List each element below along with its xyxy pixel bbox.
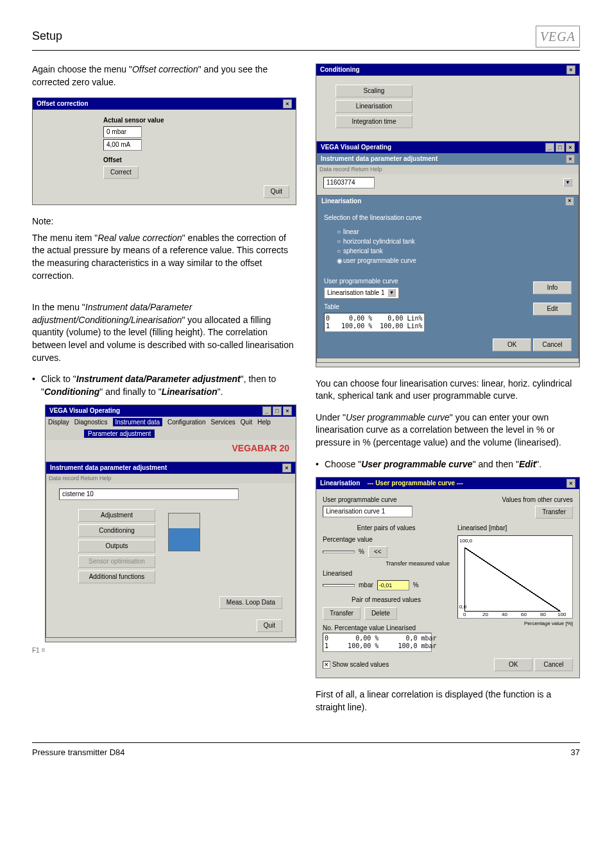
enter-pairs-label: Enter pairs of values xyxy=(323,524,450,533)
para-real-value: The menu item "Real value correction" en… xyxy=(32,232,296,282)
close-icon[interactable]: × xyxy=(565,197,574,206)
correct-button[interactable]: Correct xyxy=(103,166,139,179)
para-lin-intro: In the menu "Instrument data/Parameter a… xyxy=(32,301,296,364)
quit-button[interactable]: Quit xyxy=(264,185,289,198)
bullet-click-path: • Click to "Instrument data/Parameter ad… xyxy=(32,373,296,398)
window-controls[interactable]: _□× xyxy=(545,143,575,152)
win-title: Linearisation --- User programmable curv… xyxy=(320,479,463,488)
tank-icon xyxy=(168,513,200,551)
close-icon[interactable]: × xyxy=(282,463,291,472)
curve-name-field[interactable]: Linearisation curve 1 xyxy=(323,506,412,517)
x-axis-label: Percentage value [%] xyxy=(457,620,573,627)
close-icon[interactable]: × xyxy=(566,65,575,74)
win-title: Offset correction xyxy=(37,99,89,108)
linearised-label: Linearised xyxy=(323,569,450,578)
pct-label: Percentage value xyxy=(323,535,450,544)
menubar[interactable]: DisplayDiagnosticsInstrument dataConfigu… xyxy=(46,417,296,428)
offset-label: Offset xyxy=(103,156,289,165)
edit-button[interactable]: Edit xyxy=(533,303,572,315)
selection-label: Selection of the linearisation curve xyxy=(324,213,572,222)
cancel-button[interactable]: Cancel xyxy=(533,338,572,351)
sensor-opt-button[interactable]: Sensor optimisation xyxy=(78,555,155,568)
transfer-measured-label: Transfer measured value xyxy=(323,560,450,568)
integration-time-button[interactable]: Integration time xyxy=(336,115,412,128)
sub-win-title: Instrument data parameter adjustment× xyxy=(46,462,295,474)
sub-menubar[interactable]: Data record Return Help xyxy=(46,474,295,483)
menu-parameter-adjustment[interactable]: Parameter adjustment xyxy=(84,430,155,438)
arrow-button[interactable]: << xyxy=(368,546,387,558)
lin-title: Linearisation xyxy=(321,197,361,206)
window-conditioning: Conditioning× Scaling Linearisation Inte… xyxy=(316,63,580,367)
transfer-button[interactable]: Transfer xyxy=(535,506,573,519)
radio-group-curve[interactable]: ○linear ○horizontal cylindrical tank ○sp… xyxy=(337,228,572,265)
vega-logo: VEGA xyxy=(536,26,580,47)
cancel-button[interactable]: Cancel xyxy=(534,658,573,671)
win-title: Conditioning xyxy=(320,65,360,74)
table-preview: 0 0,00 % 0,00 Lin% 1 100,00 % 100,00 Lin… xyxy=(324,313,425,332)
note-label: Note: xyxy=(32,215,296,228)
value-ma: 4,00 mA xyxy=(103,139,142,151)
delete-button[interactable]: Delete xyxy=(364,607,397,620)
upc-label: User programmable curve xyxy=(324,277,399,286)
chevron-down-icon[interactable]: ▼ xyxy=(563,178,572,187)
show-scaled-checkbox[interactable]: ✕ xyxy=(323,661,330,669)
values-other-label: Values from other curves xyxy=(502,496,573,505)
pair-measured-label: Pair of measured values xyxy=(323,596,450,605)
window-controls[interactable]: _□× xyxy=(262,406,292,415)
pair-table: 0 0,00 % 0,0 mbar 1 100,00 % 100,0 mbar xyxy=(323,633,432,652)
page-number: 37 xyxy=(571,747,580,758)
value-mbar: 0 mbar xyxy=(103,126,142,138)
conditioning-button[interactable]: Conditioning xyxy=(78,524,155,537)
ok-button[interactable]: OK xyxy=(494,658,532,671)
table-select[interactable]: Linearisation table 1▼ xyxy=(324,287,399,299)
table-label: Table xyxy=(324,303,425,312)
page-header: Setup xyxy=(32,28,62,44)
win-title: VEGA Visual Operating xyxy=(49,406,120,415)
meas-loop-button[interactable]: Meas. Loop Data xyxy=(219,596,282,609)
linearisation-chart: 100,0 0,0 0 20 40 60 80 100 xyxy=(457,535,573,619)
window-offset-correction: Offset correction × Actual sensor value … xyxy=(32,97,296,205)
vegabar-brand: VEGABAR 20 xyxy=(46,440,296,458)
para-offset-intro: Again choose the menu "Offset correction… xyxy=(32,63,296,88)
actual-sensor-label: Actual sensor value xyxy=(103,116,289,125)
scaling-button[interactable]: Scaling xyxy=(336,85,412,97)
pct-input[interactable] xyxy=(323,551,355,553)
mbar-input[interactable] xyxy=(323,584,355,587)
bullet-choose-edit: • Choose "User programmable curve" and t… xyxy=(316,458,580,471)
device-select[interactable]: cisterne 10 xyxy=(59,488,239,500)
sub-title: Instrument data parameter adjustment xyxy=(321,154,438,163)
table-header: No. Percentage value Linearised xyxy=(323,624,450,633)
f1-hint: F1 = xyxy=(32,646,296,655)
info-button[interactable]: Info xyxy=(533,281,572,294)
ok-button[interactable]: OK xyxy=(493,338,531,351)
linearisation-button[interactable]: Linearisation xyxy=(336,100,412,113)
upc-label: User programmable curve xyxy=(323,496,412,505)
sub-menubar[interactable]: Data record Return Help xyxy=(317,165,579,174)
close-icon[interactable]: × xyxy=(566,479,575,488)
measured-value: -0,01 xyxy=(377,580,409,591)
quit-button[interactable]: Quit xyxy=(257,619,282,632)
adjustment-button[interactable]: Adjustment xyxy=(78,509,155,522)
vvo-title: VEGA Visual Operating xyxy=(321,143,391,152)
additional-functions-button[interactable]: Additional functions xyxy=(78,571,155,583)
footer-left: Pressure transmitter D84 xyxy=(32,747,125,758)
serial-field: 11603774 xyxy=(323,177,375,188)
window-vega-visual-operating: VEGA Visual Operating _□× DisplayDiagnos… xyxy=(45,405,296,642)
para-linear-displayed: First of all, a linear correlation is di… xyxy=(316,689,580,714)
window-linearisation-editor: Linearisation --- User programmable curv… xyxy=(316,477,580,678)
chart-title: Linearised [mbar] xyxy=(457,524,573,533)
transfer-pair-button[interactable]: Transfer xyxy=(323,607,361,620)
outputs-button[interactable]: Outputs xyxy=(78,540,155,553)
para-four-curves: You can choose four linearisation curves… xyxy=(316,378,580,403)
close-icon[interactable]: × xyxy=(283,99,292,108)
show-scaled-label: Show scaled values xyxy=(332,661,389,668)
close-icon[interactable]: × xyxy=(566,154,575,163)
chevron-down-icon: ▼ xyxy=(387,288,396,297)
para-upc: Under "User programmable curve" you can … xyxy=(316,412,580,449)
